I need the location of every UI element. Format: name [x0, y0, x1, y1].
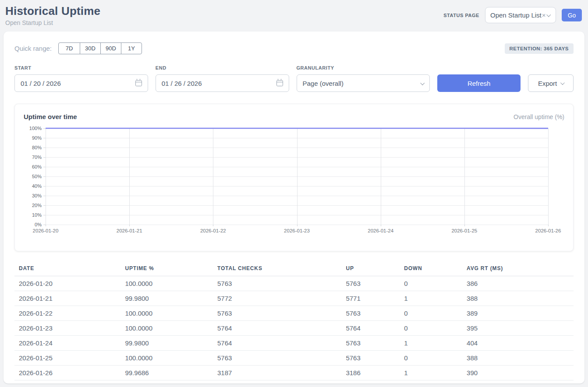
granularity-select[interactable]: Page (overall): [297, 74, 430, 92]
status-page-selected-value: Open Startup List: [490, 11, 542, 19]
end-date-value: 01 / 26 / 2026: [162, 80, 276, 87]
table-cell: 5772: [213, 291, 341, 306]
table-cell: 1: [400, 336, 462, 351]
start-label: START: [14, 65, 148, 70]
table-cell: 0: [400, 351, 462, 366]
y-axis-label: 0%: [35, 222, 42, 227]
x-axis-label: 2026-01-24: [368, 228, 393, 233]
x-axis-tick: [129, 225, 130, 226]
x-axis-label: 2026-01-21: [117, 228, 142, 233]
y-axis-label: 20%: [32, 203, 42, 208]
table-cell: 5763: [213, 276, 341, 291]
retention-badge: RETENTION: 365 DAYS: [505, 43, 574, 54]
column-header: UP: [341, 263, 400, 276]
chart-plot: 0%10%20%30%40%50%60%70%80%90%100%2026-01…: [46, 128, 548, 225]
table-cell: 0: [400, 321, 462, 336]
column-header: UPTIME %: [120, 263, 213, 276]
quick-range-90d-button[interactable]: 90D: [100, 42, 121, 54]
x-axis-label: 2026-01-26: [535, 228, 561, 233]
table-cell: 390: [462, 366, 574, 380]
table-cell: 395: [462, 321, 574, 336]
table-cell: 100.0000: [120, 306, 213, 321]
table-cell: 5763: [341, 336, 400, 351]
end-date-field: END 01 / 26 / 2026: [156, 65, 289, 92]
chart-legend: Overall uptime (%): [514, 113, 564, 120]
table-cell: 389: [462, 306, 574, 321]
x-axis-tick: [548, 225, 549, 226]
table-cell: 2026-01-21: [14, 291, 120, 306]
x-axis-label: 2026-01-22: [200, 228, 226, 233]
y-axis-label: 90%: [32, 135, 42, 141]
table-cell: 5763: [341, 351, 400, 366]
export-button[interactable]: Export: [528, 74, 574, 92]
x-axis-tick: [46, 225, 46, 226]
refresh-button[interactable]: Refresh: [437, 74, 521, 92]
table-cell: 388: [462, 291, 574, 306]
table-cell: 100.0000: [120, 276, 213, 291]
calendar-icon[interactable]: [276, 80, 283, 86]
table-cell: 1: [400, 291, 462, 306]
gridline-vertical: [548, 128, 549, 225]
x-axis-label: 2026-01-25: [451, 228, 477, 233]
filters-row: START 01 / 20 / 2026 END 01 / 26 / 2026 …: [14, 65, 574, 92]
table-cell: 1: [400, 366, 462, 380]
chevron-down-icon: [560, 81, 565, 85]
x-axis-label: 2026-01-23: [284, 228, 310, 233]
chart-header: Uptime over time Overall uptime (%): [24, 113, 564, 120]
chevron-down-icon: [421, 81, 425, 85]
granularity-field: GRANULARITY Page (overall): [297, 65, 430, 92]
table-cell: 388: [462, 351, 574, 366]
column-header: DATE: [14, 263, 120, 276]
table-cell: 5763: [341, 306, 400, 321]
table-cell: 404: [462, 336, 574, 351]
table-cell: 5763: [213, 351, 341, 366]
quick-range-1y-button[interactable]: 1Y: [121, 42, 142, 54]
column-header: AVG RT (MS): [462, 263, 574, 276]
uptime-line-series: [46, 128, 548, 225]
table-cell: 2026-01-20: [14, 276, 120, 291]
quick-range-30d-button[interactable]: 30D: [80, 42, 101, 54]
table-cell: 100.0000: [120, 321, 213, 336]
table-row: 2026-01-2199.9800577257711388: [14, 291, 574, 306]
x-axis-tick: [213, 225, 213, 226]
table-cell: 0: [400, 306, 462, 321]
table-cell: 5764: [213, 321, 341, 336]
table-row: 2026-01-20100.0000576357630386: [14, 276, 574, 291]
x-axis-label: 2026-01-20: [33, 228, 59, 233]
uptime-chart-card: Uptime over time Overall uptime (%) 0%10…: [14, 104, 574, 251]
x-axis-tick: [464, 225, 465, 226]
y-axis-label: 100%: [29, 126, 42, 131]
calendar-icon[interactable]: [135, 80, 142, 86]
header-controls: STATUS PAGE Open Startup List× Go: [443, 7, 582, 23]
table-cell: 2026-01-22: [14, 306, 120, 321]
table-cell: 5771: [341, 291, 400, 306]
quick-range-button-group: 7D30D90D1Y: [58, 42, 142, 54]
start-date-value: 01 / 20 / 2026: [21, 80, 135, 87]
table-cell: 5764: [213, 336, 341, 351]
end-date-input[interactable]: 01 / 26 / 2026: [156, 74, 289, 92]
table-cell: 100.0000: [120, 351, 213, 366]
table-row: 2026-01-23100.0000576457640395: [14, 321, 574, 336]
start-date-field: START 01 / 20 / 2026: [14, 65, 148, 92]
go-button[interactable]: Go: [562, 9, 582, 21]
table-cell: 3187: [213, 366, 341, 380]
table-cell: 5764: [341, 321, 400, 336]
table-row: 2026-01-22100.0000576357630389: [14, 306, 574, 321]
granularity-label: GRANULARITY: [297, 65, 430, 70]
table-row: 2026-01-2699.9686318731861390: [14, 366, 574, 380]
column-header: DOWN: [400, 263, 462, 276]
table-cell: 99.9686: [120, 366, 213, 380]
table-cell: 3186: [341, 366, 400, 380]
quick-range-7d-button[interactable]: 7D: [58, 42, 80, 54]
chart-area: 0%10%20%30%40%50%60%70%80%90%100%2026-01…: [24, 126, 564, 240]
granularity-selected-value: Page (overall): [303, 80, 421, 87]
start-date-input[interactable]: 01 / 20 / 2026: [14, 74, 148, 92]
y-axis-label: 60%: [32, 164, 42, 169]
status-page-label: STATUS PAGE: [443, 13, 479, 18]
table-row: 2026-01-2499.9800576457631404: [14, 336, 574, 351]
end-label: END: [156, 65, 289, 70]
clear-selection-icon[interactable]: ×: [542, 11, 546, 19]
status-page-select[interactable]: Open Startup List×: [485, 7, 556, 23]
y-axis-label: 70%: [32, 155, 42, 160]
quick-range-row: Quick range: 7D30D90D1Y RETENTION: 365 D…: [14, 42, 574, 54]
